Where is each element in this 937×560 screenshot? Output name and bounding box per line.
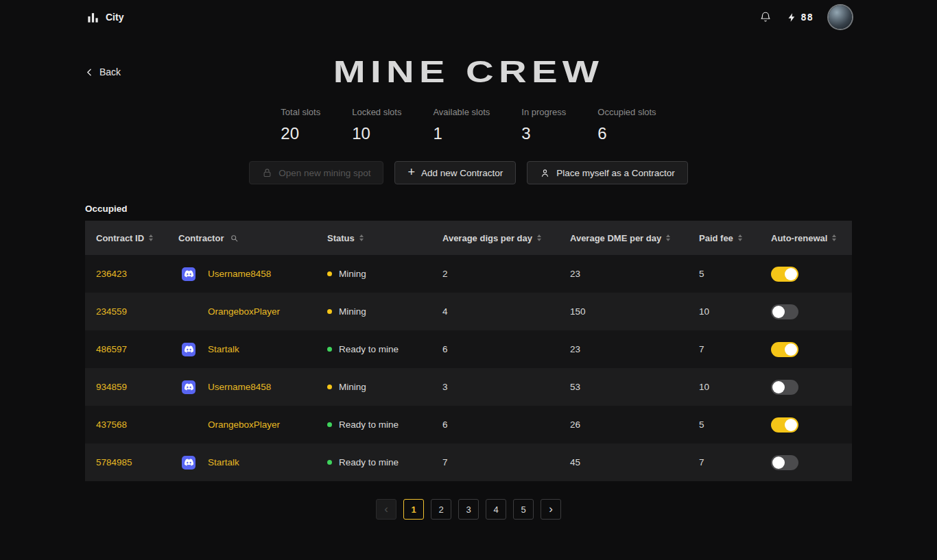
sort-icon[interactable] bbox=[666, 234, 670, 241]
page-button-1[interactable]: 1 bbox=[403, 499, 424, 520]
contract-id[interactable]: 437568 bbox=[96, 419, 127, 430]
page-button-3[interactable]: 3 bbox=[458, 499, 479, 520]
notifications-button[interactable] bbox=[759, 11, 772, 23]
brand-label: City bbox=[106, 12, 123, 23]
stat-label: Available slots bbox=[433, 107, 490, 117]
discord-icon bbox=[182, 380, 195, 394]
chevron-right-icon: › bbox=[549, 503, 553, 515]
dme-cell: 23 bbox=[559, 269, 688, 279]
dme-value: 150 bbox=[570, 306, 586, 317]
auto-renewal-toggle[interactable] bbox=[771, 304, 798, 319]
contract-id-cell: 486597 bbox=[85, 344, 167, 354]
stat-locked-slots: Locked slots 10 bbox=[352, 107, 401, 143]
next-page-button[interactable]: › bbox=[541, 499, 561, 520]
person-icon bbox=[540, 168, 550, 178]
column-header-avg-dme[interactable]: Average DME per day bbox=[559, 233, 688, 243]
column-header-contract-id[interactable]: Contract ID bbox=[85, 233, 167, 243]
digs-value: 2 bbox=[442, 269, 448, 279]
stat-value: 1 bbox=[433, 124, 490, 143]
contractor-name[interactable]: Startalk bbox=[208, 457, 239, 467]
energy-indicator[interactable]: 88 bbox=[787, 12, 814, 23]
contractor-name[interactable]: Username8458 bbox=[208, 382, 271, 392]
column-header-auto-renewal[interactable]: Auto-renewal bbox=[760, 233, 852, 243]
contract-id[interactable]: 234559 bbox=[96, 306, 127, 317]
contract-id[interactable]: 486597 bbox=[96, 344, 127, 354]
table-header: Contract ID Contractor Status Average di… bbox=[85, 221, 852, 255]
contractor-cell: OrangeboxPlayer bbox=[167, 305, 316, 319]
top-bar: City 88 bbox=[0, 0, 937, 34]
contract-id-cell: 236423 bbox=[85, 269, 167, 279]
contracts-table: Contract ID Contractor Status Average di… bbox=[85, 221, 852, 481]
sort-icon[interactable] bbox=[149, 234, 153, 241]
add-contractor-button[interactable]: + Add new Contractor bbox=[394, 161, 516, 184]
back-button[interactable]: Back bbox=[85, 66, 121, 77]
digs-cell: 6 bbox=[431, 419, 559, 430]
fee-value: 7 bbox=[699, 344, 704, 354]
status-cell: Mining bbox=[316, 382, 431, 392]
place-myself-label: Place myself as a Contractor bbox=[556, 168, 675, 178]
table-row[interactable]: 934859 Username8458 Mining 3 53 10 bbox=[85, 368, 852, 406]
place-myself-button[interactable]: Place myself as a Contractor bbox=[527, 161, 688, 184]
table-row[interactable]: 5784985 Startalk Ready to mine 7 45 7 bbox=[85, 443, 852, 481]
dme-cell: 45 bbox=[559, 457, 688, 467]
column-header-status[interactable]: Status bbox=[316, 233, 431, 243]
column-header-avg-digs[interactable]: Average digs per day bbox=[431, 233, 559, 243]
dme-value: 23 bbox=[570, 344, 580, 354]
status-label: Ready to mine bbox=[339, 419, 399, 430]
contract-id[interactable]: 236423 bbox=[96, 269, 127, 279]
dme-value: 45 bbox=[570, 457, 580, 467]
actions-row: Open new mining spot + Add new Contracto… bbox=[0, 161, 937, 184]
column-header-paid-fee[interactable]: Paid fee bbox=[688, 233, 760, 243]
status-cell: Ready to mine bbox=[316, 419, 431, 430]
contractor-cell: Username8458 bbox=[167, 380, 316, 394]
contractor-cell: Username8458 bbox=[167, 267, 316, 281]
column-header-contractor[interactable]: Contractor bbox=[167, 233, 316, 243]
contractor-name[interactable]: OrangeboxPlayer bbox=[208, 419, 280, 430]
contractor-name[interactable]: Username8458 bbox=[208, 269, 271, 279]
auto-renewal-toggle[interactable] bbox=[771, 417, 798, 433]
page-button-4[interactable]: 4 bbox=[486, 499, 506, 520]
status-label: Ready to mine bbox=[339, 457, 399, 467]
sort-icon[interactable] bbox=[359, 234, 364, 241]
auto-renewal-toggle[interactable] bbox=[771, 342, 798, 357]
stat-value: 10 bbox=[352, 124, 401, 143]
contract-id[interactable]: 5784985 bbox=[96, 457, 132, 467]
column-label: Status bbox=[327, 233, 355, 243]
stat-value: 3 bbox=[521, 124, 566, 143]
page-button-2[interactable]: 2 bbox=[431, 499, 451, 520]
status-dot bbox=[327, 271, 332, 276]
stat-value: 20 bbox=[281, 124, 320, 143]
avatar[interactable] bbox=[829, 5, 852, 29]
stat-total-slots: Total slots 20 bbox=[281, 107, 320, 143]
contract-id[interactable]: 934859 bbox=[96, 382, 127, 392]
page-button-5[interactable]: 5 bbox=[513, 499, 534, 520]
discord-icon bbox=[182, 456, 195, 470]
dme-value: 23 bbox=[570, 269, 580, 279]
fee-cell: 7 bbox=[688, 344, 760, 354]
contractor-name[interactable]: Startalk bbox=[208, 344, 239, 354]
sort-icon[interactable] bbox=[738, 234, 742, 241]
table-row[interactable]: 236423 Username8458 Mining 2 23 5 bbox=[85, 255, 852, 293]
dme-cell: 23 bbox=[559, 344, 688, 354]
brand[interactable]: City bbox=[86, 11, 123, 24]
status-dot bbox=[327, 347, 332, 352]
auto-renewal-toggle[interactable] bbox=[771, 380, 798, 395]
auto-renewal-toggle[interactable] bbox=[771, 455, 798, 470]
dme-cell: 26 bbox=[559, 419, 688, 430]
column-label: Average DME per day bbox=[570, 233, 661, 243]
status-label: Mining bbox=[339, 382, 366, 392]
search-icon[interactable] bbox=[230, 234, 239, 243]
sort-icon[interactable] bbox=[537, 234, 541, 241]
contractor-name[interactable]: OrangeboxPlayer bbox=[208, 306, 280, 317]
table-row[interactable]: 437568 OrangeboxPlayer Ready to mine 6 2… bbox=[85, 406, 852, 443]
stat-available-slots: Available slots 1 bbox=[433, 107, 490, 143]
table-row[interactable]: 234559 OrangeboxPlayer Mining 4 150 10 bbox=[85, 293, 852, 330]
fee-value: 10 bbox=[699, 382, 709, 392]
table-row[interactable]: 486597 Startalk Ready to mine 6 23 7 bbox=[85, 330, 852, 368]
digs-cell: 4 bbox=[431, 306, 559, 317]
status-dot bbox=[327, 422, 332, 427]
open-mining-spot-button: Open new mining spot bbox=[249, 161, 383, 184]
sort-icon[interactable] bbox=[832, 234, 836, 241]
contractor-cell: OrangeboxPlayer bbox=[167, 418, 316, 432]
auto-renewal-toggle[interactable] bbox=[771, 267, 798, 282]
